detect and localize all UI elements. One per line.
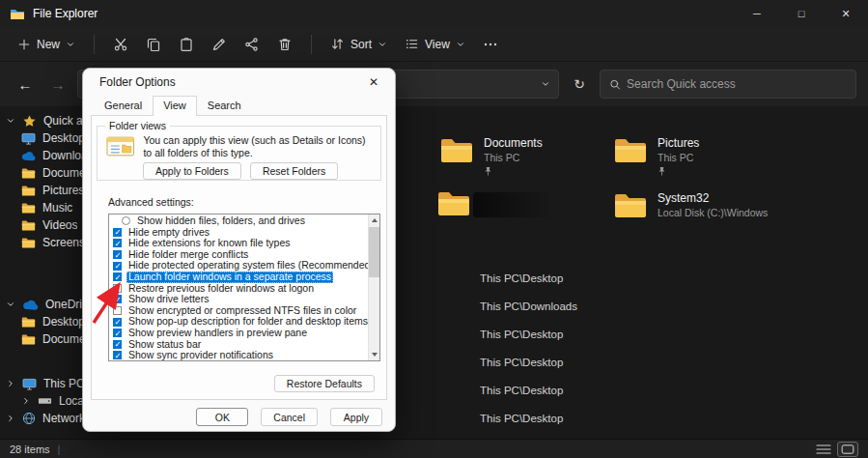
recent-file-row[interactable]: This PC\Desktop: [480, 320, 577, 348]
large-icons-view-toggle[interactable]: [837, 442, 858, 457]
checkbox[interactable]: [113, 262, 122, 271]
recent-file-row[interactable]: This PC\Desktop: [480, 264, 577, 292]
close-button[interactable]: ✕: [824, 0, 868, 27]
checkbox[interactable]: [113, 306, 122, 315]
ellipsis-icon: [483, 37, 498, 52]
checkbox[interactable]: [113, 329, 122, 337]
sort-button[interactable]: Sort: [322, 32, 395, 56]
recent-files-list: This PC\Desktop This PC\Downloads This P…: [480, 264, 577, 432]
scrollbar[interactable]: [368, 215, 379, 360]
paste-button[interactable]: [171, 32, 202, 57]
checkbox[interactable]: [113, 272, 122, 281]
folder-views-description: You can apply this view (such as Details…: [143, 134, 373, 159]
tile-name: Documents: [484, 136, 543, 150]
window-titlebar: File Explorer ─ □ ✕: [0, 0, 868, 27]
new-button[interactable]: New: [10, 33, 83, 56]
folder-icon: [21, 237, 36, 249]
folder-icon: [21, 333, 36, 346]
checkbox[interactable]: [122, 216, 130, 225]
advanced-setting-label: Hide extensions for known file types: [126, 238, 293, 249]
restore-defaults-button[interactable]: Restore Defaults: [274, 375, 375, 392]
file-location: This PC\Desktop: [480, 272, 563, 284]
folder-icon: [21, 202, 36, 215]
sidebar-item-label: Network: [42, 412, 85, 425]
tab-view[interactable]: View: [153, 96, 197, 116]
dialog-close-button[interactable]: ✕: [352, 69, 395, 96]
rename-icon: [211, 37, 227, 52]
back-button[interactable]: ←: [12, 76, 39, 93]
details-view-icon[interactable]: [816, 444, 831, 455]
folder-views-label: Folder views: [105, 120, 170, 131]
advanced-setting-row[interactable]: Show drive letters: [110, 294, 367, 305]
delete-button[interactable]: [269, 32, 300, 57]
sidebar-item-label: Pictures: [42, 184, 84, 197]
checkbox[interactable]: [113, 239, 122, 247]
checkbox[interactable]: [113, 295, 122, 303]
tab-search[interactable]: Search: [197, 96, 252, 115]
more-options-button[interactable]: [475, 32, 506, 57]
folder-tile-documents[interactable]: Documents This PC: [439, 136, 543, 177]
scroll-up-button[interactable]: [369, 215, 379, 226]
ok-button[interactable]: OK: [196, 408, 248, 426]
recent-file-row[interactable]: This PC\Desktop: [480, 348, 577, 376]
advanced-setting-row[interactable]: Show preview handlers in preview pane: [110, 328, 367, 339]
chevron-right-icon[interactable]: [21, 396, 31, 406]
advanced-setting-row[interactable]: Launch folder windows in a separate proc…: [110, 272, 367, 283]
file-explorer-icon: [10, 7, 25, 20]
chevron-down-icon[interactable]: [6, 116, 15, 126]
command-bar: New Sort View: [0, 27, 868, 62]
advanced-settings-label: Advanced settings:: [108, 196, 386, 208]
cut-button[interactable]: [105, 32, 136, 57]
address-dropdown-chevron-icon[interactable]: [541, 79, 550, 89]
search-box[interactable]: [600, 70, 856, 99]
tile-location: Local Disk (C:)\Windows: [658, 207, 768, 218]
view-button[interactable]: View: [397, 32, 473, 56]
advanced-setting-row[interactable]: Show hidden files, folders, and drives: [110, 215, 367, 227]
checkbox[interactable]: [113, 250, 122, 259]
tile-name: Pictures: [658, 136, 699, 150]
recent-file-row[interactable]: This PC\Desktop: [480, 404, 577, 432]
recent-file-row[interactable]: This PC\Downloads: [480, 292, 577, 320]
pin-icon: [658, 166, 666, 177]
advanced-settings-listbox[interactable]: Show hidden files, folders, and drives H…: [108, 214, 380, 361]
sidebar-item-label: This PC: [43, 377, 85, 390]
cancel-button[interactable]: Cancel: [261, 408, 318, 426]
checkbox[interactable]: [113, 340, 122, 349]
share-button[interactable]: [237, 32, 267, 57]
rename-button[interactable]: [204, 32, 235, 57]
recent-file-row[interactable]: This PC\Desktop: [480, 376, 577, 404]
scrollbar-thumb[interactable]: [369, 227, 379, 277]
view-toggles: [816, 442, 858, 457]
refresh-button[interactable]: ↻: [565, 76, 594, 92]
copy-button[interactable]: [138, 32, 169, 57]
folder-tile-system32[interactable]: System32 Local Disk (C:)\Windows: [613, 191, 768, 220]
folder-views-icon: [106, 134, 134, 157]
folder-tile-pictures[interactable]: Pictures This PC: [613, 136, 699, 177]
forward-button[interactable]: →: [44, 76, 71, 93]
apply-button[interactable]: Apply: [330, 408, 382, 426]
advanced-setting-row[interactable]: Show sync provider notifications: [110, 350, 367, 361]
tab-general[interactable]: General: [94, 96, 153, 115]
folder-tile-unnamed[interactable]: [436, 189, 471, 218]
checkbox[interactable]: [113, 318, 122, 327]
reset-folders-button[interactable]: Reset Folders: [250, 162, 338, 180]
search-input[interactable]: [627, 77, 847, 91]
checkbox[interactable]: [113, 228, 122, 237]
file-location: This PC\Downloads: [480, 301, 577, 312]
drive-icon: [38, 396, 52, 406]
sort-icon: [330, 37, 345, 51]
maximize-button[interactable]: □: [779, 0, 824, 27]
chevron-right-icon[interactable]: [6, 414, 15, 423]
checkbox[interactable]: [113, 351, 122, 359]
sort-button-label: Sort: [350, 38, 372, 51]
file-location: This PC\Desktop: [480, 357, 563, 368]
apply-to-folders-button[interactable]: Apply to Folders: [143, 162, 241, 180]
file-explorer-window: File Explorer ─ □ ✕ New: [0, 0, 868, 458]
paste-icon: [179, 37, 194, 52]
downloads-icon: [21, 151, 36, 161]
checkbox[interactable]: [113, 284, 122, 293]
scroll-down-button[interactable]: [369, 349, 379, 360]
minimize-button[interactable]: ─: [735, 0, 779, 27]
chevron-down-icon[interactable]: [6, 300, 15, 309]
chevron-right-icon[interactable]: [6, 379, 15, 388]
